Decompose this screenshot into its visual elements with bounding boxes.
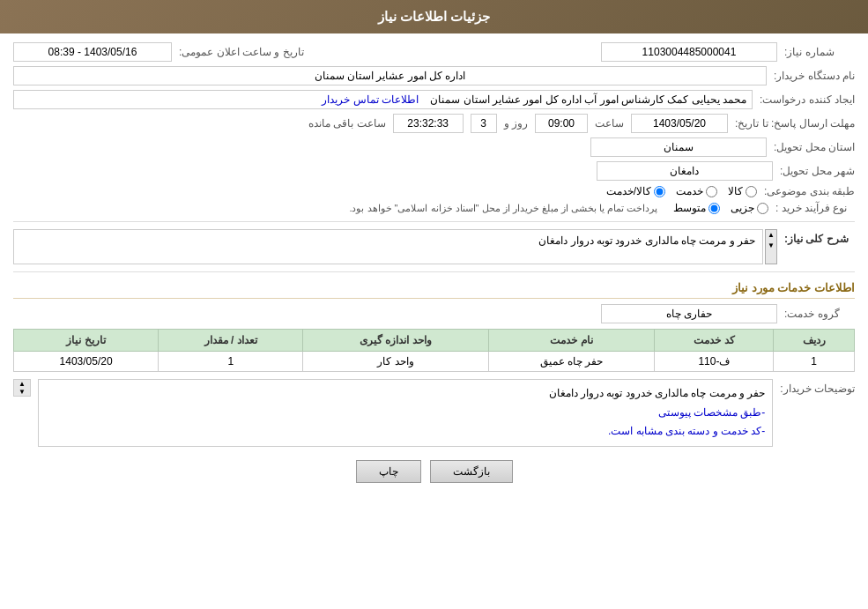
page-title: جزئیات اطلاعات نیاز [378,9,490,24]
cell-tarikh: 1403/05/20 [14,352,159,372]
nam-dastgah-label: نام دستگاه خریدار: [774,70,855,82]
shomare-niaz-label: شماره نیاز: [784,46,855,58]
col-kod: کد خدمت [655,330,774,352]
col-tedad: تعداد / مقدار [159,330,303,352]
saat-label: ساعت [595,117,624,130]
page-header: جزئیات اطلاعات نیاز [0,0,868,33]
scroll-up-icon[interactable]: ▲ [766,230,776,241]
back-button[interactable]: بازگشت [430,460,513,483]
divider-1 [13,221,855,222]
mohlat-roz: 3 [471,114,497,133]
noe-motavasset-label: متوسط [673,202,706,214]
shahr-row: شهر محل تحویل: دامغان [13,161,855,181]
toshihat-section: توضیحات خریدار: حفر و مرمت چاه مالداری خ… [13,379,855,447]
nam-dastgah-value: اداره کل امور عشایر استان سمنان [13,66,767,85]
button-bar: بازگشت چاپ [13,460,855,483]
scroll-down-icon[interactable]: ▼ [766,241,776,251]
ostan-value: سمنان [590,137,767,157]
mohlat-saat: 09:00 [535,114,588,133]
print-button[interactable]: چاپ [356,460,421,483]
mohlat-time: 23:32:33 [393,114,464,133]
tabaghe-kala-label: کالا [728,185,743,197]
shahr-value: دامغان [597,161,773,181]
ijad-konande-label: ایجاد کننده درخواست: [760,93,855,106]
ostan-label: استان محل تحویل: [774,141,855,153]
cell-tedad: 1 [159,352,303,372]
toshihat-label: توضیحات خریدار: [780,379,855,395]
grohe-khadamat-label: گروه خدمت: [784,308,855,320]
toshihat-scrollbar[interactable]: ▲ ▼ [13,379,31,397]
roz-label: روز و [504,117,528,130]
col-vahed: واحد اندازه گیری [303,330,488,352]
noe-jozi-option[interactable]: جزیی [731,202,768,214]
sharh-label: شرح کلی نیاز: [784,229,855,245]
noe-farayand-label: نوع فرآیند خرید : [775,202,855,214]
tabaghe-khadamat-label: خدمت [676,185,703,197]
sharh-row: شرح کلی نیاز: ▲ ▼ حفر و مرمت چاه مالداری… [13,229,855,264]
toshihat-content: حفر و مرمت چاه مالداری خدرود توبه دروار … [38,379,773,447]
toshihat-line1: حفر و مرمت چاه مالداری خدرود توبه دروار … [46,384,765,404]
tabaghe-label: طبقه بندی موضوعی: [764,185,855,197]
tabaghe-row: طبقه بندی موضوعی: کالا خدمت کالا/خدمت [13,185,855,197]
table-row: 1ف-110حفر چاه عمیقواحد کار11403/05/20 [14,352,855,372]
toshihat-line3: -کد خدمت و دسته بندی مشابه است. [46,422,765,442]
tabaghe-kala-option[interactable]: کالا [728,185,757,197]
sharh-scrollbar[interactable]: ▲ ▼ [765,229,777,264]
ostan-row: استان محل تحویل: سمنان [13,137,855,157]
services-table: ردیف کد خدمت نام خدمت واحد اندازه گیری ت… [13,329,855,372]
khadamat-section-title: اطلاعات خدمات مورد نیاز [13,281,855,299]
scroll-up-2[interactable]: ▲ [19,380,26,388]
sharh-value: حفر و مرمت چاه مالداری خدرود توبه دروار … [13,229,763,264]
tabaghe-radio-group: کالا خدمت کالا/خدمت [606,185,757,197]
noe-jozi-label: جزیی [731,202,754,214]
divider-2 [13,271,855,272]
grohe-khadamat-row: گروه خدمت: حفاری چاه [13,304,855,323]
shomare-niaz-value: 1103004485000041 [601,42,777,62]
mohlat-date: 1403/05/20 [631,114,728,133]
noe-radio-group: جزیی متوسط [673,202,768,214]
tabaghe-kala-khadamat-label: کالا/خدمت [606,185,651,197]
cell-radif: 1 [774,352,855,372]
col-nam: نام خدمت [488,330,655,352]
ijad-konande-row: ایجاد کننده درخواست: محمد یحیایی کمک کار… [13,90,855,109]
noe-farayand-row: نوع فرآیند خرید : جزیی متوسط پرداخت تمام… [13,202,855,214]
tabaghe-khadamat-option[interactable]: خدمت [676,185,717,197]
shahr-label: شهر محل تحویل: [780,165,855,177]
col-tarikh: تاریخ نیاز [14,330,159,352]
shomare-niaz-row: شماره نیاز: 1103004485000041 تاریخ و ساع… [13,42,855,62]
ijad-konande-value: محمد یحیایی کمک کارشناس امور آب اداره کل… [13,90,753,109]
tarikh-value: 1403/05/16 - 08:39 [13,42,172,62]
cell-nam: حفر چاه عمیق [488,352,655,372]
scroll-down-2[interactable]: ▼ [19,388,26,396]
noe-description: پرداخت تمام یا بخشی از مبلغ خریدار از مح… [349,203,657,214]
noe-motavasset-option[interactable]: متوسط [673,202,720,214]
col-radif: ردیف [774,330,855,352]
tarikh-label: تاریخ و ساعت اعلان عمومی: [179,46,304,58]
cell-vahed: واحد کار [303,352,488,372]
mohlat-label: مهلت ارسال پاسخ: تا تاریخ: [735,117,855,130]
grohe-khadamat-value: حفاری چاه [601,304,777,323]
toshihat-line2: -طبق مشخصات پیوستی [46,404,765,423]
contact-info-link[interactable]: اطلاعات تماس خریدار [322,93,419,106]
cell-kod: ف-110 [655,352,774,372]
nam-dastgah-row: نام دستگاه خریدار: اداره کل امور عشایر ا… [13,66,855,85]
remaining-label: ساعت باقی مانده [308,117,386,130]
mohlat-row: مهلت ارسال پاسخ: تا تاریخ: 1403/05/20 سا… [13,114,855,133]
tabaghe-kala-khadamat-option[interactable]: کالا/خدمت [606,185,665,197]
